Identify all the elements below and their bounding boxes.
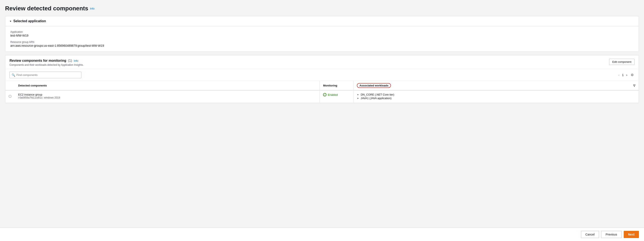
associated-workloads-label: Associated workloads <box>357 83 391 88</box>
chevron-down-icon: ▼ <box>10 20 12 23</box>
monitoring-status: ✓Enabled <box>323 93 350 96</box>
workload-list: DN_CORE (.NET Core tier)JAVA1 (JAVA appl… <box>357 93 626 100</box>
previous-button[interactable]: Previous <box>601 231 622 238</box>
prev-page-button[interactable]: ‹ <box>618 72 620 78</box>
application-label: Application <box>10 31 634 33</box>
col-monitoring-header: Monitoring <box>320 81 354 90</box>
table-row: EC2 instance groupi-0a0858a7fd11cd51c: w… <box>5 90 639 103</box>
row-component-name-cell: EC2 instance groupi-0a0858a7fd11cd51c: w… <box>15 90 320 103</box>
review-components-title: Review components for monitoring <box>10 59 66 63</box>
application-value: test-MW-W19 <box>10 34 634 37</box>
page-title: Review detected components <box>5 5 88 12</box>
search-input[interactable] <box>10 72 81 78</box>
search-pagination-area: 🔍 ‹ 1 › ⚙ <box>5 69 639 81</box>
component-name: EC2 instance group <box>18 93 42 96</box>
review-components-count: (1) <box>68 59 72 63</box>
next-page-button[interactable]: › <box>626 72 628 78</box>
col-associated-workloads-header: Associated workloads <box>354 81 630 90</box>
col-radio-header <box>5 81 15 90</box>
review-components-title-row: Review components for monitoring (1) Inf… <box>10 59 84 63</box>
row-radio-cell <box>5 90 15 103</box>
workload-item: DN_CORE (.NET Core tier) <box>361 93 626 96</box>
check-circle-icon: ✓ <box>323 93 326 96</box>
page-info-link[interactable]: Info <box>90 7 95 10</box>
page-number: 1 <box>622 73 624 77</box>
review-components-card: Review components for monitoring (1) Inf… <box>5 55 639 103</box>
cancel-button[interactable]: Cancel <box>581 231 599 238</box>
resource-group-arn-label: Resource group ARN <box>10 41 634 44</box>
search-icon: 🔍 <box>12 73 15 77</box>
selected-application-title: Selected application <box>13 19 46 23</box>
table-chevron-icon: ▽ <box>633 84 635 87</box>
col-detected-components-header: Detected components <box>15 81 320 90</box>
search-wrapper: 🔍 <box>10 72 81 78</box>
components-table: Detected components Monitoring Associate… <box>5 81 639 103</box>
edit-component-button[interactable]: Edit component <box>609 59 634 65</box>
selected-application-body: Application test-MW-W19 Resource group A… <box>5 26 639 52</box>
row-chevron-cell <box>630 90 639 103</box>
monitoring-status-label: Enabled <box>328 93 338 96</box>
component-detail: i-0a0858a7fd11cd51c: windows 2019 <box>18 96 316 99</box>
resource-group-arn-value: arn:aws:resource-groups:us-east-1:856960… <box>10 44 634 47</box>
row-monitoring-cell: ✓Enabled <box>320 90 354 103</box>
bottom-action-bar: Cancel Previous Next <box>0 228 644 241</box>
settings-icon[interactable]: ⚙ <box>630 72 634 78</box>
selected-application-card: ▼ Selected application Application test-… <box>5 16 639 52</box>
review-components-info-link[interactable]: Info <box>74 59 78 62</box>
page-title-area: Review detected components Info <box>5 5 639 12</box>
review-components-subtitle: Components and their workloads detected … <box>10 63 84 66</box>
pagination-area: ‹ 1 › ⚙ <box>618 72 634 78</box>
col-chevron-header: ▽ <box>630 81 639 90</box>
review-components-header: Review components for monitoring (1) Inf… <box>5 55 639 69</box>
review-components-header-left: Review components for monitoring (1) Inf… <box>10 59 84 66</box>
next-button[interactable]: Next <box>624 231 639 238</box>
row-radio-input[interactable] <box>9 95 12 98</box>
selected-application-header: ▼ Selected application <box>5 16 639 26</box>
workload-item: JAVA1 (JAVA application) <box>361 97 626 100</box>
row-workloads-cell: DN_CORE (.NET Core tier)JAVA1 (JAVA appl… <box>354 90 630 103</box>
